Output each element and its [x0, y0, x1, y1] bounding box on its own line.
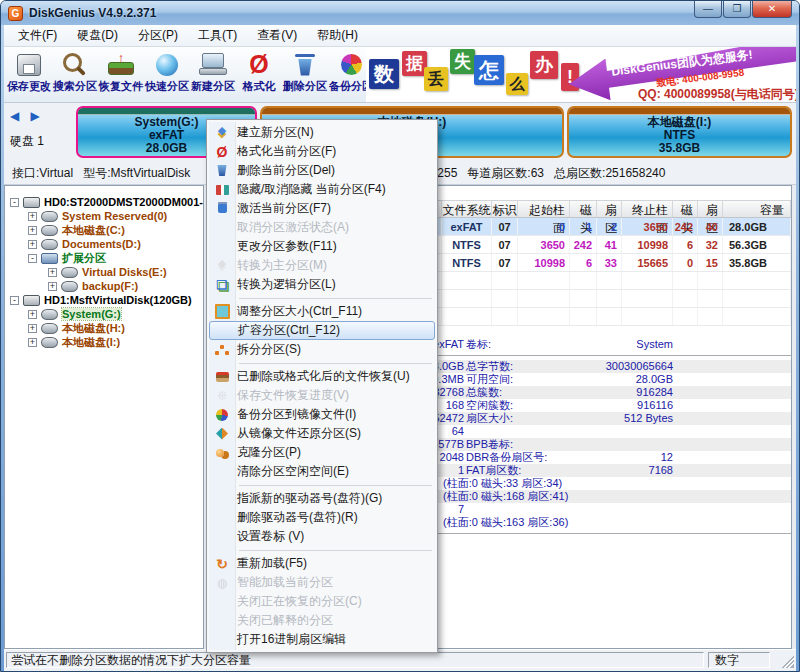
menubar-item[interactable]: 查看(V): [247, 25, 307, 46]
tree-expand-toggle[interactable]: +: [28, 324, 37, 333]
context-menu-item[interactable]: [209, 481, 435, 489]
context-menu-item-icon: [214, 125, 230, 140]
tree-expand-toggle[interactable]: +: [28, 338, 37, 347]
partition-block[interactable]: 本地磁盘(I:) NTFS 35.8GB: [567, 106, 792, 158]
context-menu-item[interactable]: 格式化当前分区(F): [209, 142, 435, 161]
tree-drive-icon: [41, 323, 58, 334]
tree-item[interactable]: + Virtual Disks(E:): [5, 265, 203, 279]
context-menu-item[interactable]: 取消分区激活状态(A): [209, 218, 435, 237]
menubar-item[interactable]: 帮助(H): [307, 25, 368, 46]
context-menu-item[interactable]: 关闭已解释的分区: [209, 611, 435, 630]
context-menu-item[interactable]: 设置卷标 (V): [209, 527, 435, 546]
toolbar-button[interactable]: 保存更改: [6, 49, 52, 101]
toolbar-button[interactable]: 快速分区: [144, 49, 190, 101]
context-menu-item[interactable]: 转换为主分区(M): [209, 256, 435, 275]
context-menu-item[interactable]: 删除当前分区(Del): [209, 161, 435, 180]
close-button[interactable]: ✕: [752, 1, 792, 18]
tree-item[interactable]: + 本地磁盘(H:): [5, 321, 203, 335]
tree-item-label: 本地磁盘(H:): [62, 321, 125, 336]
resize-grip[interactable]: [781, 655, 794, 668]
tree-expand-toggle[interactable]: +: [28, 212, 37, 221]
minimize-button[interactable]: —: [694, 1, 722, 18]
cell-start-head: [570, 308, 597, 325]
tree-expand-toggle[interactable]: +: [48, 268, 57, 277]
maximize-button[interactable]: ❐: [723, 1, 751, 18]
context-menu-item[interactable]: 激活当前分区(F7): [209, 199, 435, 218]
cell-capacity: [723, 272, 791, 289]
banner-tile: 丢: [424, 67, 448, 91]
col-header-start-sector[interactable]: 扇区: [597, 201, 622, 217]
tree-item[interactable]: + System(G:): [5, 307, 203, 321]
tree-expand-toggle[interactable]: +: [28, 310, 37, 319]
toolbar-button[interactable]: 搜索分区: [52, 49, 98, 101]
tree-expand-toggle[interactable]: +: [28, 240, 37, 249]
col-header-end-cyl[interactable]: 终止柱面: [622, 201, 673, 217]
tree-item[interactable]: - HD1:MsftVirtualDisk(120GB): [5, 293, 203, 307]
col-header-end-sector[interactable]: 扇区: [698, 201, 723, 217]
context-menu-item[interactable]: [209, 294, 435, 302]
context-menu-item[interactable]: 拆分分区(S): [209, 340, 435, 359]
context-menu-item[interactable]: 转换为逻辑分区(L): [209, 275, 435, 294]
context-menu-item[interactable]: 保存文件恢复进度(V): [209, 386, 435, 405]
tree-item[interactable]: - HD0:ST2000DMST2000DM001-1CH: [5, 195, 203, 209]
toolbar-buttons: 保存更改 搜索分区 恢复文件 快速分区: [6, 49, 374, 101]
context-menu-item[interactable]: 打开16进制扇区编辑: [209, 630, 435, 649]
context-menu-item-icon: [214, 445, 230, 460]
context-menu-item[interactable]: 隐藏/取消隐藏 当前分区(F4): [209, 180, 435, 199]
toolbar-button-icon: [107, 51, 135, 78]
context-menu-item[interactable]: [209, 546, 435, 554]
toolbar-button[interactable]: 删除分区: [282, 49, 328, 101]
context-menu-item-icon: [214, 388, 230, 403]
tree-expand-toggle[interactable]: -: [10, 296, 19, 305]
tree-item[interactable]: + System Reserved(0): [5, 209, 203, 223]
tree-drive-icon: [23, 295, 40, 306]
tree-expand-toggle[interactable]: +: [48, 282, 57, 291]
context-menu-item[interactable]: 删除驱动器号(盘符)(R): [209, 508, 435, 527]
context-menu-item-label: 克隆分区(P): [237, 444, 301, 461]
col-header-end-head[interactable]: 磁头: [673, 201, 698, 217]
context-menu-item[interactable]: 清除分区空闲空间(E): [209, 462, 435, 481]
next-disk-arrow-icon[interactable]: ▶: [31, 109, 44, 123]
menubar-item[interactable]: 工具(T): [188, 25, 247, 46]
toolbar-button[interactable]: 恢复文件: [98, 49, 144, 101]
menubar-item[interactable]: 硬盘(D): [67, 25, 128, 46]
cell-start-sector: [597, 308, 622, 325]
tree-item[interactable]: + Documents(D:): [5, 237, 203, 251]
context-menu-item[interactable]: 更改分区参数(F11): [209, 237, 435, 256]
toolbar-button-icon: [245, 51, 273, 78]
cell-end-cyl: [622, 308, 673, 325]
col-header-filesystem[interactable]: 文件系统: [442, 201, 492, 217]
tree-expand-toggle[interactable]: -: [28, 254, 37, 263]
context-menu-item[interactable]: 克隆分区(P): [209, 443, 435, 462]
context-menu-item[interactable]: 重新加载(F5): [209, 554, 435, 573]
tree-item[interactable]: + 本地磁盘(C:): [5, 223, 203, 237]
context-menu-item[interactable]: 备份分区到镜像文件(I): [209, 405, 435, 424]
tree-expand-toggle[interactable]: -: [10, 198, 19, 207]
cell-id: [492, 290, 518, 307]
context-menu-item[interactable]: 智能加载当前分区: [209, 573, 435, 592]
toolbar-button[interactable]: 新建分区: [190, 49, 236, 101]
cell-end-cyl: 10998: [622, 236, 673, 253]
tree-item[interactable]: + 本地磁盘(I:): [5, 335, 203, 349]
context-menu-item[interactable]: [209, 359, 435, 367]
context-menu-item[interactable]: 建立新分区(N): [209, 123, 435, 142]
toolbar-button[interactable]: 格式化: [236, 49, 282, 101]
cell-filesystem: [442, 308, 492, 325]
menubar-item[interactable]: 分区(P): [128, 25, 188, 46]
tree-expand-toggle[interactable]: +: [28, 226, 37, 235]
col-header-start-cyl[interactable]: 起始柱面: [518, 201, 570, 217]
context-menu-item[interactable]: 指派新的驱动器号(盘符)(G): [209, 489, 435, 508]
tree-item[interactable]: + backup(F:): [5, 279, 203, 293]
col-header-start-head[interactable]: 磁头: [570, 201, 597, 217]
prev-disk-arrow-icon[interactable]: ◀: [10, 109, 23, 123]
context-menu-item[interactable]: 扩容分区(Ctrl_F12): [209, 321, 435, 340]
context-menu-item[interactable]: 关闭正在恢复的分区(C): [209, 592, 435, 611]
tree-item[interactable]: - 扩展分区: [5, 251, 203, 265]
context-menu-item-label: 备份分区到镜像文件(I): [237, 406, 356, 423]
menubar-item[interactable]: 文件(F): [8, 25, 67, 46]
col-header-capacity[interactable]: 容量: [723, 201, 791, 217]
context-menu-item[interactable]: 已删除或格式化后的文件恢复(U): [209, 367, 435, 386]
context-menu-item[interactable]: 调整分区大小(Ctrl_F11): [209, 302, 435, 321]
col-header-id[interactable]: 标识: [492, 201, 518, 217]
context-menu-item[interactable]: 从镜像文件还原分区(S): [209, 424, 435, 443]
